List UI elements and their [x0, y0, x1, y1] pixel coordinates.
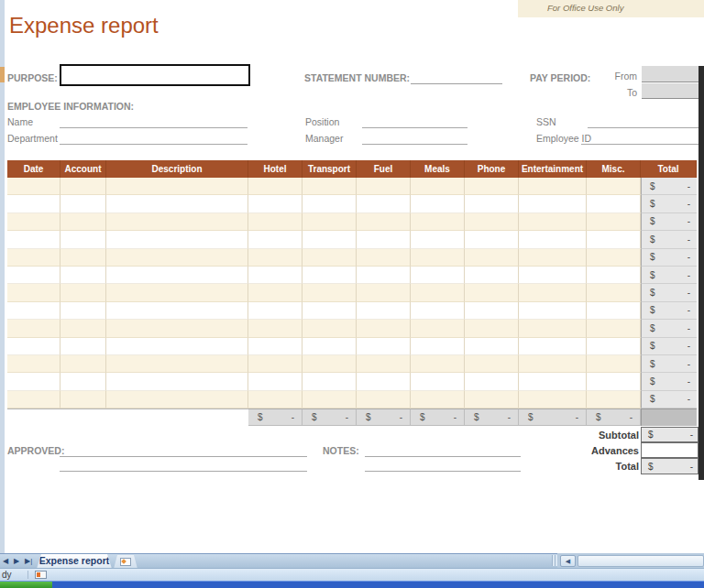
expense-cell[interactable] [411, 231, 465, 248]
expense-cell[interactable] [411, 302, 465, 320]
expense-cell[interactable] [106, 178, 248, 195]
expense-cell[interactable] [106, 391, 248, 408]
name-field[interactable] [60, 113, 248, 128]
row-total-cell[interactable]: $- [641, 355, 697, 373]
expense-cell[interactable] [248, 391, 302, 408]
expense-cell[interactable] [519, 320, 587, 337]
sheet-nav-last-icon[interactable]: ▶| [25, 556, 32, 567]
expense-cell[interactable] [106, 338, 248, 355]
expense-cell[interactable] [106, 302, 248, 320]
expense-cell[interactable] [519, 373, 587, 390]
to-date-cell[interactable] [642, 83, 698, 99]
scroll-left-button[interactable]: ◀ [560, 555, 576, 567]
expense-cell[interactable] [302, 267, 357, 284]
expense-cell[interactable] [357, 178, 411, 195]
total-value-cell[interactable]: $ - [641, 458, 698, 474]
macro-record-icon[interactable] [35, 571, 47, 579]
ssn-field[interactable] [588, 113, 698, 128]
expense-cell[interactable] [60, 302, 106, 320]
expense-cell[interactable] [248, 284, 302, 301]
expense-cell[interactable] [7, 284, 60, 301]
manager-field[interactable] [362, 129, 468, 145]
expense-cell[interactable] [357, 338, 411, 355]
expense-cell[interactable] [7, 231, 60, 248]
row-total-cell[interactable]: $- [641, 231, 697, 248]
column-subtotal-cell[interactable]: $- [465, 408, 519, 426]
expense-cell[interactable] [587, 231, 641, 248]
expense-cell[interactable] [357, 355, 411, 373]
expense-cell[interactable] [60, 231, 106, 248]
column-subtotal-cell[interactable]: $- [411, 408, 465, 426]
row-total-cell[interactable]: $- [641, 302, 697, 320]
expense-cell[interactable] [465, 213, 519, 231]
expense-cell[interactable] [519, 355, 587, 373]
row-total-cell[interactable]: $- [641, 249, 697, 267]
expense-cell[interactable] [519, 231, 587, 248]
expense-cell[interactable] [357, 249, 411, 267]
row-total-cell[interactable]: $- [641, 391, 697, 408]
row-total-cell[interactable]: $- [641, 213, 697, 231]
expense-cell[interactable] [248, 320, 302, 337]
expense-cell[interactable] [302, 284, 357, 301]
expense-cell[interactable] [60, 373, 106, 390]
expense-cell[interactable] [302, 213, 357, 231]
expense-cell[interactable] [411, 320, 465, 337]
expense-cell[interactable] [587, 302, 641, 320]
expense-cell[interactable] [106, 373, 248, 390]
expense-cell[interactable] [248, 267, 302, 284]
expense-cell[interactable] [106, 231, 248, 248]
expense-cell[interactable] [248, 355, 302, 373]
column-subtotal-cell[interactable]: $- [248, 408, 302, 426]
expense-cell[interactable] [587, 267, 641, 284]
expense-cell[interactable] [587, 320, 641, 337]
position-field[interactable] [362, 113, 468, 128]
expense-cell[interactable] [60, 249, 106, 267]
expense-cell[interactable] [587, 373, 641, 390]
approved-signature-line-2[interactable] [60, 456, 307, 472]
expense-cell[interactable] [411, 355, 465, 373]
purpose-input-cell[interactable] [60, 64, 250, 86]
employee-id-field[interactable] [581, 129, 698, 145]
expense-cell[interactable] [7, 267, 60, 284]
expense-cell[interactable] [302, 338, 357, 355]
column-subtotal-cell[interactable]: $- [302, 408, 357, 426]
expense-cell[interactable] [248, 213, 302, 231]
expense-cell[interactable] [248, 231, 302, 248]
expense-cell[interactable] [587, 355, 641, 373]
expense-cell[interactable] [465, 355, 519, 373]
expense-cell[interactable] [106, 195, 248, 212]
expense-cell[interactable] [248, 249, 302, 267]
expense-cell[interactable] [106, 213, 248, 231]
sheet-nav-first-icon[interactable]: ◀ [3, 556, 8, 567]
column-subtotal-cell[interactable]: $- [357, 408, 411, 426]
expense-cell[interactable] [465, 320, 519, 337]
expense-cell[interactable] [587, 249, 641, 267]
expense-cell[interactable] [519, 284, 587, 301]
start-button-fragment[interactable] [0, 582, 52, 588]
expense-cell[interactable] [587, 178, 641, 195]
expense-cell[interactable] [519, 338, 587, 355]
expense-cell[interactable] [60, 195, 106, 212]
expense-cell[interactable] [357, 231, 411, 248]
expense-cell[interactable] [411, 178, 465, 195]
expense-cell[interactable] [465, 373, 519, 390]
expense-cell[interactable] [587, 338, 641, 355]
expense-cell[interactable] [465, 231, 519, 248]
from-date-cell[interactable] [642, 66, 698, 82]
expense-cell[interactable] [302, 320, 357, 337]
sheet-nav-next-icon[interactable]: ▶ [14, 556, 19, 567]
notes-line-1[interactable] [365, 441, 521, 457]
expense-cell[interactable] [411, 284, 465, 301]
expense-cell[interactable] [60, 355, 106, 373]
expense-cell[interactable] [519, 391, 587, 408]
expense-cell[interactable] [357, 213, 411, 231]
expense-cell[interactable] [302, 302, 357, 320]
expense-cell[interactable] [357, 373, 411, 390]
expense-cell[interactable] [302, 178, 357, 195]
expense-cell[interactable] [7, 320, 60, 337]
expense-cell[interactable] [60, 284, 106, 301]
row-total-cell[interactable]: $- [641, 373, 697, 390]
expense-cell[interactable] [465, 267, 519, 284]
expense-cell[interactable] [519, 178, 587, 195]
column-subtotal-cell[interactable]: $- [587, 408, 641, 426]
